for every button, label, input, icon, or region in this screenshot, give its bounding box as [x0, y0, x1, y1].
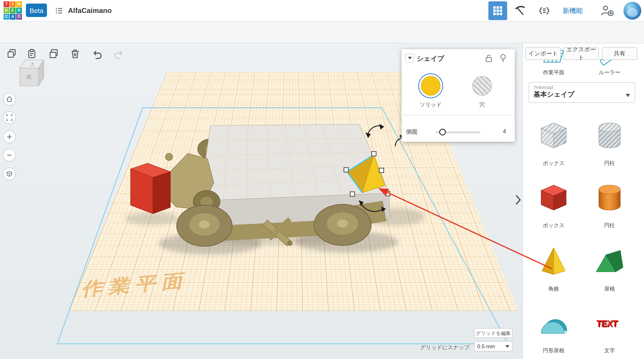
- pyramid-icon: [538, 245, 570, 277]
- transparent-cylinder-icon: [594, 119, 626, 152]
- workplane-tool-label: 作業平面: [529, 69, 578, 76]
- logo-tile: C: [4, 14, 10, 20]
- solid-label: ソリッド: [410, 101, 451, 109]
- minecraft-pickaxe-icon[interactable]: [514, 5, 526, 18]
- shape-item-cylinder-transparent[interactable]: 円柱: [583, 119, 636, 171]
- view-cube-top-label: 上: [30, 61, 35, 67]
- logo-tile: K: [4, 8, 10, 14]
- shape-panel-title: シェイプ: [417, 54, 444, 63]
- edit-grid-button[interactable]: グリッドを編集: [474, 328, 512, 338]
- hole-option[interactable]: [472, 76, 492, 96]
- shape-item-pyramid[interactable]: 角錐: [527, 245, 580, 297]
- lightbulb-icon[interactable]: [499, 54, 507, 64]
- model-wheel-left[interactable]: [177, 205, 232, 246]
- undo-icon[interactable]: [92, 48, 103, 62]
- shapes-sidebar: 作業平面 ルーラー Tinkercad 基本シェイプ: [522, 43, 644, 359]
- new-features-link[interactable]: 新機能: [562, 7, 583, 15]
- snap-grid-value: 0.5 mm: [477, 343, 495, 350]
- beta-badge[interactable]: Beta: [26, 4, 47, 17]
- design-title[interactable]: AlfaCaimano: [68, 7, 112, 15]
- tinkercad-logo[interactable]: T I N K E R C A D: [4, 1, 22, 20]
- roof-icon: [594, 245, 626, 277]
- shape-item-cylinder-orange[interactable]: 円柱: [583, 182, 636, 233]
- shape-library-select[interactable]: Tinkercad 基本シェイプ: [528, 82, 635, 103]
- panel-collapse-button[interactable]: [405, 54, 414, 62]
- model-red-box[interactable]: [130, 163, 170, 214]
- edit-toolbar: インポート エクスポート 共有: [0, 22, 644, 43]
- red-box-icon: [538, 182, 570, 214]
- lock-icon[interactable]: [485, 54, 493, 64]
- transparent-box-icon: [538, 119, 570, 152]
- design-properties-icon[interactable]: [54, 6, 64, 17]
- perspective-toggle-button[interactable]: [3, 168, 16, 180]
- import-button[interactable]: インポート: [526, 48, 561, 60]
- hole-label: 穴: [462, 101, 502, 109]
- codeblocks-icon[interactable]: [538, 5, 550, 18]
- shape-item-roof[interactable]: 屋根: [583, 245, 636, 297]
- shape-item-text[interactable]: TEXT TEXT 文字: [583, 307, 636, 358]
- duplicate-icon[interactable]: [48, 48, 59, 61]
- invite-person-icon[interactable]: [600, 4, 614, 19]
- zoom-in-button[interactable]: [3, 130, 16, 143]
- model-wheel-right[interactable]: [314, 204, 371, 246]
- logo-tile: N: [16, 1, 22, 7]
- logo-tile: I: [10, 1, 16, 7]
- redo-icon[interactable]: [113, 48, 124, 62]
- logo-tile: D: [16, 14, 22, 20]
- orange-cylinder-icon: [594, 182, 626, 214]
- logo-tile: R: [16, 8, 22, 14]
- text-shape-icon: TEXT TEXT: [594, 307, 626, 339]
- paste-icon[interactable]: [26, 48, 37, 61]
- copy-icon[interactable]: [6, 48, 17, 61]
- solid-option[interactable]: [418, 73, 443, 98]
- zoom-out-button[interactable]: [3, 149, 16, 162]
- snap-grid-select[interactable]: 0.5 mm: [474, 341, 512, 352]
- fit-view-button[interactable]: [3, 111, 16, 124]
- export-button[interactable]: エクスポート: [564, 48, 599, 60]
- svg-text:TEXT: TEXT: [596, 318, 618, 328]
- sides-slider-knob[interactable]: [439, 129, 446, 136]
- share-button[interactable]: 共有: [602, 48, 637, 60]
- snap-grid-label: グリッドにスナップ: [420, 344, 470, 352]
- delete-icon[interactable]: [70, 48, 80, 61]
- sides-label: 側面: [406, 128, 418, 136]
- view-cube[interactable]: 上 前: [14, 57, 46, 88]
- shape-inspector-panel: シェイプ ソリッド 穴 側面 4: [402, 49, 515, 142]
- library-name: 基本シェイプ: [534, 90, 630, 99]
- view-cube-front-label: 前: [26, 74, 32, 80]
- shape-item-box-transparent[interactable]: ボックス: [527, 119, 580, 171]
- logo-tile: A: [10, 14, 16, 20]
- logo-tile: T: [4, 1, 10, 7]
- solid-color-swatch: [421, 76, 440, 96]
- shape-item-box-red[interactable]: ボックス: [527, 182, 580, 233]
- app-header: T I N K E R C A D Beta AlfaCaimano: [0, 0, 644, 22]
- ruler-tool-label: ルーラー: [585, 69, 634, 76]
- panel-divider: [402, 115, 515, 115]
- avatar[interactable]: [624, 2, 641, 20]
- apps-grid-button[interactable]: [488, 1, 507, 20]
- shape-item-round-roof[interactable]: 円形屋根: [527, 307, 580, 358]
- home-view-button[interactable]: [3, 93, 16, 106]
- sidebar-collapse-button[interactable]: [514, 194, 522, 208]
- sides-value: 4: [499, 128, 510, 134]
- sides-slider[interactable]: [436, 132, 480, 133]
- logo-tile: E: [10, 8, 16, 14]
- round-roof-icon: [538, 307, 570, 339]
- grid-icon: [493, 6, 503, 16]
- chevron-down-icon: [408, 57, 412, 60]
- chevron-down-icon: [626, 91, 630, 99]
- library-brand: Tinkercad: [534, 85, 630, 90]
- chevron-down-icon: [505, 345, 510, 348]
